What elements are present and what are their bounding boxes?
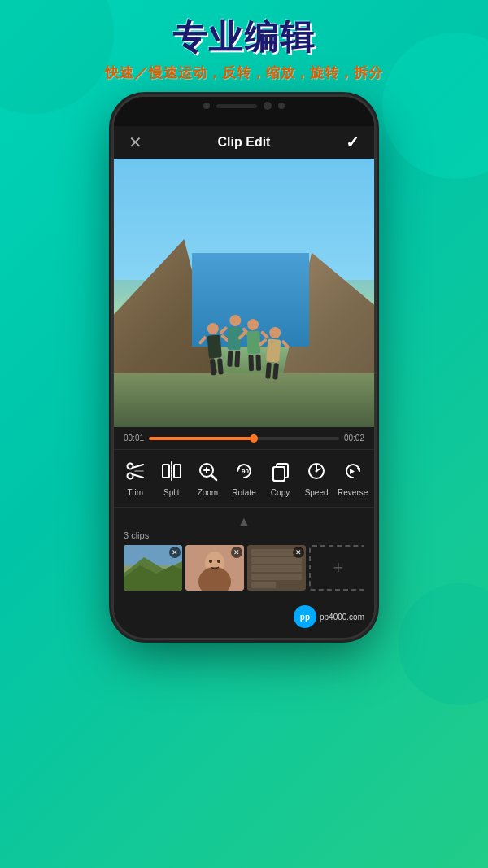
leg-right-4 bbox=[272, 363, 279, 379]
body-3 bbox=[246, 330, 260, 354]
close-button[interactable]: ✕ bbox=[129, 133, 142, 152]
split-icon bbox=[159, 458, 185, 484]
tool-speed[interactable]: Speed bbox=[301, 458, 332, 497]
camera-dot-right bbox=[264, 102, 272, 110]
tool-reverse[interactable]: Reverse bbox=[338, 458, 368, 497]
tool-trim-label: Trim bbox=[127, 488, 143, 497]
clip-thumb-1[interactable]: ✕ bbox=[124, 545, 182, 591]
tool-zoom-label: Zoom bbox=[198, 488, 219, 497]
time-end: 00:02 bbox=[344, 434, 364, 443]
subtitle: 快速／慢速运动，反转，缩放，旋转，拆分 bbox=[0, 63, 488, 82]
svg-rect-5 bbox=[163, 465, 169, 478]
reverse-icon bbox=[340, 458, 366, 484]
phone-device: ✕ Clip Edit ✓ bbox=[114, 97, 374, 638]
legs-4 bbox=[265, 362, 279, 379]
camera-dot-left bbox=[203, 103, 210, 109]
legs-1 bbox=[210, 358, 224, 375]
clip-2-remove[interactable]: ✕ bbox=[231, 547, 242, 558]
clip-3-remove[interactable]: ✕ bbox=[293, 547, 304, 558]
clip-thumb-3[interactable]: ✕ bbox=[247, 545, 306, 591]
tool-split-label: Split bbox=[163, 488, 179, 497]
head-3 bbox=[247, 318, 259, 329]
speed-icon bbox=[303, 458, 329, 484]
rotate-icon: 90° bbox=[231, 458, 257, 484]
speaker-bar bbox=[216, 104, 257, 108]
clip-thumbnails: ✕ ✕ bbox=[124, 545, 364, 594]
clip-thumb-2[interactable]: ✕ bbox=[185, 545, 244, 591]
timeline-area: 00:01 00:02 bbox=[114, 427, 374, 449]
leg-right-3 bbox=[255, 354, 261, 370]
people-container bbox=[208, 335, 280, 387]
leg-left-3 bbox=[248, 355, 254, 371]
body-1 bbox=[207, 334, 222, 358]
watermark: pp pp4000.com bbox=[294, 605, 364, 628]
tool-rotate[interactable]: 90° Rotate bbox=[229, 458, 259, 497]
tool-copy[interactable]: Copy bbox=[265, 458, 296, 497]
head-1 bbox=[207, 322, 219, 334]
clip-edit-header: ✕ Clip Edit ✓ bbox=[114, 126, 374, 159]
camera-dot-far bbox=[278, 103, 285, 109]
phone-wrapper: ✕ Clip Edit ✓ bbox=[0, 97, 488, 638]
svg-line-9 bbox=[211, 475, 216, 480]
tool-reverse-label: Reverse bbox=[338, 488, 368, 497]
svg-rect-6 bbox=[174, 465, 181, 478]
leg-right-1 bbox=[217, 358, 224, 374]
clips-count: 3 clips bbox=[124, 530, 364, 540]
leg-left-2 bbox=[227, 350, 233, 366]
svg-rect-35 bbox=[251, 582, 276, 588]
head-2 bbox=[229, 314, 242, 326]
clips-section: ▲ 3 clips ✕ bbox=[114, 507, 374, 597]
leg-left-4 bbox=[265, 362, 272, 378]
head-4 bbox=[269, 326, 281, 338]
edit-toolbar: Trim Split bbox=[114, 449, 374, 507]
tool-copy-label: Copy bbox=[271, 488, 290, 497]
svg-marker-20 bbox=[350, 469, 355, 474]
tool-rotate-label: Rotate bbox=[232, 488, 255, 497]
timeline-thumb[interactable] bbox=[250, 434, 258, 443]
tool-zoom[interactable]: Zoom bbox=[192, 458, 223, 497]
time-start: 00:01 bbox=[124, 434, 144, 443]
phone-top bbox=[114, 97, 374, 126]
clip-edit-title: Clip Edit bbox=[218, 135, 271, 150]
header-area: 专业编辑 快速／慢速运动，反转，缩放，旋转，拆分 bbox=[0, 0, 488, 90]
person-2 bbox=[226, 314, 242, 367]
svg-point-18 bbox=[316, 470, 318, 473]
copy-icon bbox=[268, 458, 294, 484]
tool-trim[interactable]: Trim bbox=[120, 458, 150, 497]
watermark-site: pp4000.com bbox=[320, 613, 364, 622]
clip-add[interactable]: + bbox=[309, 545, 364, 591]
svg-rect-15 bbox=[273, 467, 285, 481]
svg-point-28 bbox=[209, 560, 212, 563]
confirm-button[interactable]: ✓ bbox=[346, 133, 359, 152]
body-4 bbox=[266, 338, 281, 362]
svg-point-29 bbox=[217, 560, 220, 563]
leg-left-1 bbox=[210, 359, 216, 375]
clip-1-remove[interactable]: ✕ bbox=[169, 547, 181, 558]
svg-rect-33 bbox=[251, 565, 302, 572]
timeline-bar[interactable] bbox=[149, 437, 339, 440]
svg-rect-32 bbox=[251, 557, 302, 564]
svg-text:90°: 90° bbox=[242, 468, 251, 475]
timeline-progress bbox=[149, 437, 254, 440]
phone-notch bbox=[191, 97, 297, 115]
svg-rect-34 bbox=[251, 574, 302, 580]
legs-2 bbox=[227, 350, 240, 367]
main-title: 专业编辑 bbox=[0, 15, 488, 60]
scissors-icon bbox=[122, 458, 148, 484]
chevron-up-icon[interactable]: ▲ bbox=[124, 513, 364, 530]
bottom-bar: pp pp4000.com bbox=[114, 597, 374, 638]
watermark-logo: pp bbox=[294, 605, 316, 628]
tool-speed-label: Speed bbox=[305, 488, 329, 497]
svg-line-2 bbox=[133, 465, 144, 468]
leg-right-2 bbox=[234, 351, 240, 367]
legs-3 bbox=[248, 354, 261, 371]
tool-split[interactable]: Split bbox=[156, 458, 187, 497]
video-area bbox=[114, 159, 374, 427]
svg-line-3 bbox=[133, 474, 144, 478]
zoom-icon bbox=[194, 458, 220, 484]
